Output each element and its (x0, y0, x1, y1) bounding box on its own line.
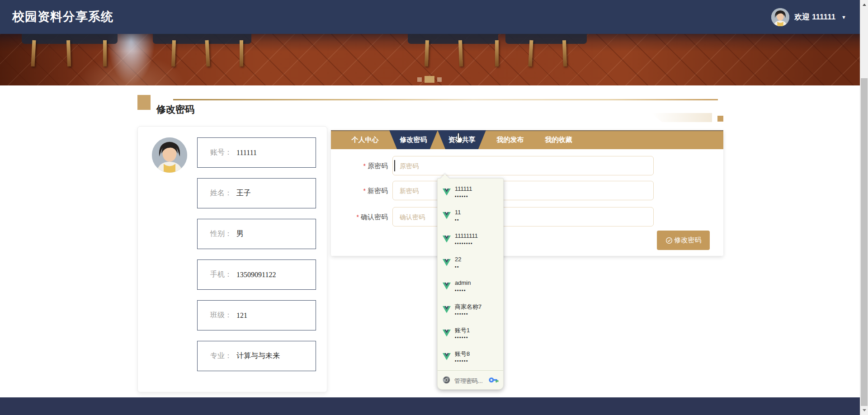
autofill-username: 账号8 (455, 350, 470, 358)
profile-field-value: 计算与与未来 (236, 351, 280, 361)
form-row: *确认密码 (331, 207, 723, 226)
scrollbar-thumb[interactable] (861, 78, 868, 406)
banner-chair-leg (171, 40, 176, 66)
vue-favicon (443, 259, 451, 266)
profile-field: 手机： 13509091122 (197, 259, 316, 290)
change-password-button[interactable]: 修改密码 (657, 231, 710, 250)
banner-chair-leg (562, 40, 567, 66)
autofill-password-dots: •• (455, 217, 459, 222)
password-key-icon (489, 377, 499, 383)
user-avatar[interactable] (771, 8, 789, 26)
password-input[interactable] (392, 181, 654, 200)
banner-chair-leg (240, 40, 243, 66)
autofill-username: admin (455, 279, 471, 286)
profile-field: 性别： 男 (197, 219, 316, 249)
section-title-square (137, 95, 151, 110)
vue-favicon (443, 283, 451, 290)
tab-item[interactable]: 修改密码 (389, 130, 438, 149)
autofill-password-dots: ••••• (455, 288, 466, 293)
autofill-entry[interactable]: 商家名称7 •••••• (438, 300, 503, 323)
vue-favicon (443, 330, 451, 337)
carousel-dot[interactable] (437, 77, 442, 82)
circle-check-icon (665, 237, 673, 244)
profile-field-label: 专业： (210, 351, 232, 361)
banner-chair-leg (31, 40, 36, 66)
tab-item[interactable]: 我的发布 (486, 130, 534, 149)
autofill-entry[interactable]: 22 •• (438, 253, 503, 276)
password-autofill-dropdown: 111111 •••••• 11 •• 11111111 ••••••• (437, 178, 504, 390)
profile-field-value: 121 (236, 311, 247, 320)
form-label: *确认密码 (331, 207, 388, 226)
autofill-entry[interactable]: 账号8 •••••• (438, 347, 503, 370)
banner-chair-leg (425, 40, 429, 66)
form-label: *原密码 (331, 156, 388, 175)
form-row: *新密码 (331, 181, 723, 200)
tab-label: 修改密码 (400, 136, 427, 143)
vue-favicon (443, 212, 451, 219)
profile-field-label: 性别： (210, 229, 232, 239)
banner-chair-leg (103, 40, 107, 66)
tab-label: 个人中心 (352, 136, 379, 143)
carousel-indicators (417, 76, 442, 83)
autofill-entry[interactable]: 11111111 •••••••• (438, 229, 503, 253)
form-row: *原密码 (331, 156, 723, 175)
autofill-password-dots: •••••• (455, 358, 468, 363)
page-footer (0, 397, 868, 415)
avatar-image (771, 8, 789, 26)
autofill-username: 11 (455, 209, 461, 216)
profile-field-value: 13509091122 (236, 271, 276, 279)
banner-chair-leg (458, 40, 463, 66)
required-asterisk: * (363, 187, 366, 194)
vue-favicon (443, 189, 451, 196)
autofill-entry[interactable]: 111111 •••••• (438, 182, 503, 206)
profile-field: 账号： 111111 (197, 137, 316, 168)
page-title: 修改密码 (156, 103, 194, 116)
autofill-entry[interactable]: 11 •• (438, 206, 503, 229)
tab-label: 我的发布 (497, 136, 524, 143)
banner-chair (153, 34, 251, 44)
autofill-username: 111111 (455, 185, 472, 192)
scroll-up-button[interactable] (860, 1, 868, 9)
carousel-dot[interactable] (417, 77, 422, 82)
chevron-down-icon[interactable]: ▼ (841, 14, 846, 20)
banner-chair-leg (495, 40, 499, 66)
text-cursor (394, 160, 395, 171)
user-menu[interactable]: 欢迎 111111 ▼ (771, 0, 846, 34)
form-label-text: 确认密码 (361, 213, 388, 221)
tab-item[interactable]: 我的收藏 (534, 130, 583, 149)
profile-field-label: 账号： (210, 148, 232, 157)
required-asterisk: * (363, 162, 366, 170)
vertical-scrollbar[interactable] (860, 0, 868, 415)
manage-passwords-label: 管理密码... (454, 377, 483, 385)
profile-field-value: 111111 (236, 149, 257, 157)
vue-favicon (443, 306, 451, 313)
profile-field: 班级： 121 (197, 300, 316, 330)
profile-card: 账号： 111111 姓名： 王子 性别： 男 手机： 13509091122 … (137, 126, 327, 392)
banner-chair (408, 34, 498, 44)
vue-favicon (443, 353, 451, 360)
autofill-entry[interactable]: admin ••••• (438, 276, 503, 300)
banner-chair (505, 34, 587, 44)
password-input[interactable] (392, 207, 654, 226)
manage-passwords-row[interactable]: 管理密码... (438, 371, 503, 390)
avatar-image (152, 137, 187, 173)
top-navbar: 校园资料分享系统 欢迎 111111 ▼ (0, 0, 868, 34)
banner-chair-leg (528, 40, 533, 66)
section-right-square (717, 116, 723, 122)
section-right-accent (651, 113, 712, 122)
banner-chair-leg (66, 40, 71, 66)
profile-field-label: 姓名： (210, 189, 232, 198)
profile-field: 专业： 计算与与未来 (197, 341, 316, 371)
tab-item[interactable]: 个人中心 (341, 130, 389, 149)
carousel-dot-active[interactable] (425, 76, 434, 83)
autofill-password-dots: •••••• (455, 311, 468, 316)
welcome-text: 欢迎 111111 (794, 12, 835, 22)
mouse-hand-cursor (454, 133, 464, 146)
autofill-entry[interactable]: 账号1 •••••• (438, 323, 503, 347)
section-divider-line (173, 99, 718, 100)
autofill-username: 账号1 (455, 326, 470, 335)
form-label: *新密码 (331, 181, 388, 200)
autofill-username: 商家名称7 (455, 303, 481, 311)
password-input[interactable] (392, 156, 654, 175)
scroll-down-button[interactable] (860, 406, 868, 414)
